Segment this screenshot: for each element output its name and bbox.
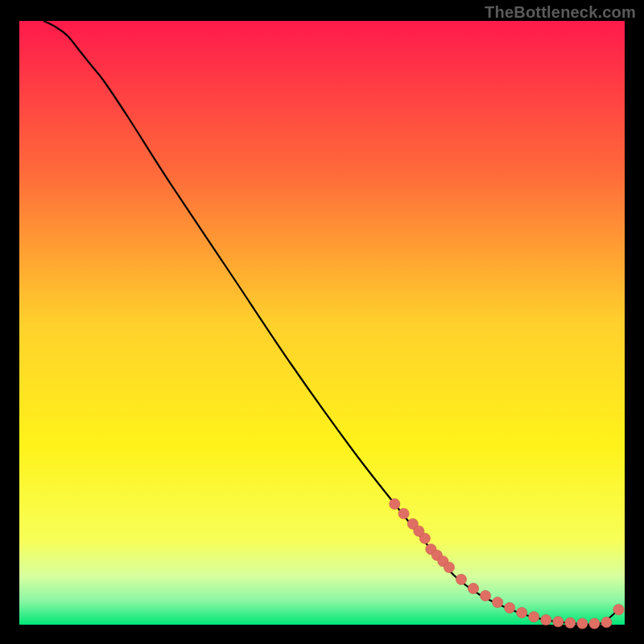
marker-dot (456, 574, 466, 584)
marker-dot (541, 614, 551, 625)
marker-dot (577, 618, 588, 629)
watermark-label: TheBottleneck.com (485, 3, 636, 22)
marker-dot (390, 498, 400, 509)
chart-stage: TheBottleneck.com (0, 0, 644, 644)
marker-dot (517, 607, 527, 617)
marker-dot (480, 590, 490, 601)
marker-dot (529, 612, 539, 622)
marker-dot (468, 583, 478, 593)
marker-dot (601, 617, 612, 627)
bottleneck-chart (0, 0, 644, 644)
marker-dot (553, 617, 564, 627)
marker-dot (492, 597, 502, 608)
marker-dot (419, 533, 430, 543)
marker-dot (565, 617, 576, 628)
marker-dot (589, 618, 600, 629)
marker-dot (398, 508, 409, 518)
marker-dot (444, 562, 454, 572)
marker-dot (613, 605, 624, 615)
plot-background (19, 21, 625, 625)
marker-dot (505, 602, 515, 613)
